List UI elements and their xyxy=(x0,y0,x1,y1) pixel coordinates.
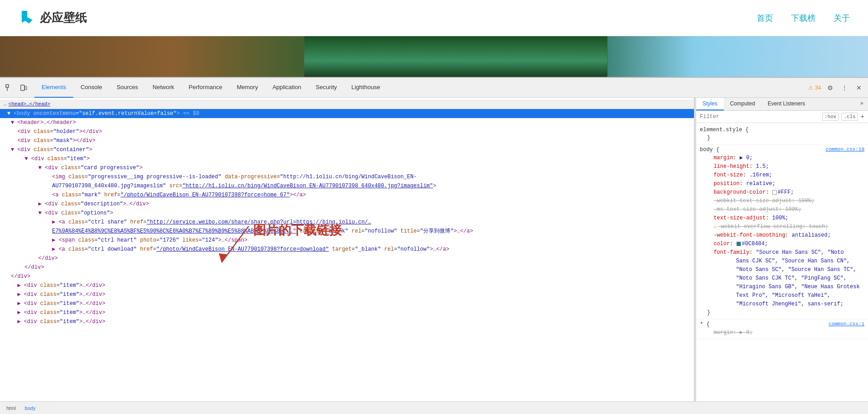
body-text-size: text-size-adjust: 100%; xyxy=(700,214,864,223)
tab-more[interactable]: » xyxy=(856,98,868,110)
dom-item-5[interactable]: ▶ <div class="item">…</div> xyxy=(0,308,694,317)
styles-filter-input[interactable] xyxy=(700,114,820,120)
filter-add-btn[interactable]: + xyxy=(861,113,864,120)
body-overflow-scrolling: ⚠-webkit-overflow-scrolling: touch; xyxy=(700,223,864,231)
svg-rect-0 xyxy=(6,85,9,87)
styles-panel: Styles Computed Event Listeners » :hov .… xyxy=(696,98,868,401)
device-icon[interactable] xyxy=(18,82,29,93)
site-banner xyxy=(0,36,868,77)
breadcrumb-dots: … xyxy=(4,101,7,107)
styles-content: element.style { } body { common.css:10 m… xyxy=(696,123,868,401)
body-bg-color: background-color: #FFF; xyxy=(700,188,864,197)
inspect-icon[interactable] xyxy=(4,82,14,93)
dom-card-line[interactable]: ▼ <div class="card progressive"> xyxy=(0,163,694,172)
dom-mark-line[interactable]: <a class="mark" href="/photo/WindCaveBis… xyxy=(0,190,694,200)
site-logo: 必应壁纸 xyxy=(18,9,87,27)
banner-image xyxy=(304,36,608,77)
body-style-source[interactable]: common.css:10 xyxy=(826,147,864,152)
devtools-tab-actions: ⚠ 34 ⚙ ⋮ ✕ xyxy=(808,82,864,93)
body-margin: margin: ▶ 0; xyxy=(700,154,864,162)
tab-console[interactable]: Console xyxy=(73,78,109,98)
tab-sources[interactable]: Sources xyxy=(109,78,146,98)
body-font-family-5: "Hiragino Sans GB", "Neue Haas Grotesk xyxy=(700,283,864,291)
body-position: position: relative; xyxy=(700,180,864,188)
styles-filter-bar: :hov .cls + xyxy=(696,111,868,123)
dom-item-line[interactable]: ▼ <div class="item"> xyxy=(0,154,694,163)
body-style-selector: body { common.css:10 xyxy=(700,147,864,153)
tab-performance[interactable]: Performance xyxy=(181,78,229,98)
dom-item-6[interactable]: ▶ <div class="item">…</div> xyxy=(0,317,694,326)
body-style-rule: body { common.css:10 margin: ▶ 0; line-h… xyxy=(696,145,868,319)
devtools-panel: Elements Console Sources Network Perform… xyxy=(0,77,868,414)
dom-panel[interactable]: … <head>…</head> ▼ <body oncontextmenu="… xyxy=(0,98,694,401)
devtools-icons xyxy=(4,82,29,93)
dom-heart-line[interactable]: ▶ <span class="ctrl heart" photo="1726" … xyxy=(0,236,694,245)
body-font-smoothing: -webkit-font-smoothing: antialiased; xyxy=(700,231,864,240)
body-font-family-7: "Microsoft JhengHei", sans-serif; xyxy=(700,300,864,309)
devtools-bottom-bar: html body xyxy=(0,401,868,414)
dom-options-line[interactable]: ▼ <div class="options"> xyxy=(0,209,694,218)
body-line-height: line-height: 1.5; xyxy=(700,162,864,171)
devtools-main: … <head>…</head> ▼ <body oncontextmenu="… xyxy=(0,98,868,401)
body-font-family-6: Text Pro", "Microsoft YaHei", xyxy=(700,291,864,300)
body-webkit-text-size: -webkit-text-size-adjust: 100%; xyxy=(700,197,864,205)
close-icon[interactable]: ✕ xyxy=(854,82,864,93)
dom-close-options[interactable]: </div> xyxy=(0,254,694,263)
bing-logo-icon xyxy=(18,9,36,27)
tab-event-listeners[interactable]: Event Listeners xyxy=(761,98,811,110)
dom-item-2[interactable]: ▶ <div class="item">…</div> xyxy=(0,281,694,290)
tab-security[interactable]: Security xyxy=(308,78,344,98)
tab-network[interactable]: Network xyxy=(146,78,182,98)
star-margin: margin: ▶ 0; xyxy=(700,328,864,337)
tab-application[interactable]: Application xyxy=(265,78,309,98)
element-style-selector: element.style { xyxy=(700,127,864,133)
dom-img-line[interactable]: <img class="progressive__img progressive… xyxy=(0,172,497,181)
dom-item-4[interactable]: ▶ <div class="item">…</div> xyxy=(0,299,694,308)
dom-close-item-inner[interactable]: </div> xyxy=(0,263,694,272)
nav-home[interactable]: 首页 xyxy=(757,13,773,24)
filter-cls-btn[interactable]: .cls xyxy=(841,113,858,121)
warning-icon: ⚠ xyxy=(808,85,813,91)
svg-rect-2 xyxy=(21,85,24,90)
warning-badge[interactable]: ⚠ 34 xyxy=(808,85,821,91)
star-style-source[interactable]: common.css:1 xyxy=(829,321,864,327)
settings-icon[interactable]: ⚙ xyxy=(825,82,835,93)
dom-body-line[interactable]: ▼ <body oncontextmenu="self.event.return… xyxy=(0,109,694,118)
tab-lighthouse[interactable]: Lighthouse xyxy=(344,78,387,98)
more-icon[interactable]: ⋮ xyxy=(839,82,850,93)
bottom-html-tag[interactable]: html xyxy=(4,404,19,412)
body-font-family-4: "Noto Sans CJK TC", "PingFang SC", xyxy=(700,274,864,283)
dom-close-container[interactable]: </div> xyxy=(0,272,694,281)
dom-container-line[interactable]: ▼ <div class="container"> xyxy=(0,145,694,154)
body-ms-text-size: -ms-text-size-adjust: 100%; xyxy=(700,205,864,214)
tab-computed[interactable]: Computed xyxy=(724,98,761,110)
dom-download-line[interactable]: ▶ <a class="ctrl download" href="/photo/… xyxy=(0,245,694,254)
breadcrumb-head[interactable]: <head>…</head> xyxy=(9,101,50,107)
dom-share-line[interactable]: ▶ <a class="ctrl share" href="http://ser… xyxy=(0,218,497,227)
dom-item-3[interactable]: ▶ <div class="item">…</div> xyxy=(0,290,694,299)
nav-download-rank[interactable]: 下载榜 xyxy=(791,13,816,24)
dom-description-line[interactable]: ▶ <div class="description">…</div> xyxy=(0,200,694,209)
styles-tabs: Styles Computed Event Listeners » xyxy=(696,98,868,111)
tab-memory[interactable]: Memory xyxy=(230,78,265,98)
dom-breadcrumb: … <head>…</head> xyxy=(0,100,694,109)
body-font-family-3: "Noto Sans SC", "Source Han Sans TC", xyxy=(700,266,864,274)
dom-header-line[interactable]: ▼ <header>…</header> xyxy=(0,118,694,127)
bottom-body-tag[interactable]: body xyxy=(22,404,38,412)
element-style-rule: element.style { } xyxy=(696,125,868,145)
dom-holder-line[interactable]: <div class="holder"></div> xyxy=(0,127,694,136)
dom-share-line-2[interactable]: E7%9A%84%E4%B8%9C%E8%A5%BF%E5%90%8C%E6%A… xyxy=(0,227,497,236)
tab-elements[interactable]: Elements xyxy=(34,78,73,98)
star-style-selector: * { common.css:1 xyxy=(700,321,864,328)
svg-rect-3 xyxy=(25,86,27,90)
element-style-close: } xyxy=(700,134,864,143)
devtools-tab-bar: Elements Console Sources Network Perform… xyxy=(0,78,868,98)
tab-styles[interactable]: Styles xyxy=(696,98,724,110)
filter-pseudo-btn[interactable]: :hov xyxy=(822,113,839,121)
nav-about[interactable]: 关于 xyxy=(834,13,850,24)
star-style-rule: * { common.css:1 margin: ▶ 0; xyxy=(696,319,868,339)
warning-count: 34 xyxy=(815,85,821,91)
dom-mask-line[interactable]: <div class="mask"></div> xyxy=(0,136,694,145)
site-nav: 首页 下载榜 关于 xyxy=(757,13,850,24)
dom-img-line-2[interactable]: AU7790107398_640x480.jpg?imageslim" src=… xyxy=(0,181,497,190)
